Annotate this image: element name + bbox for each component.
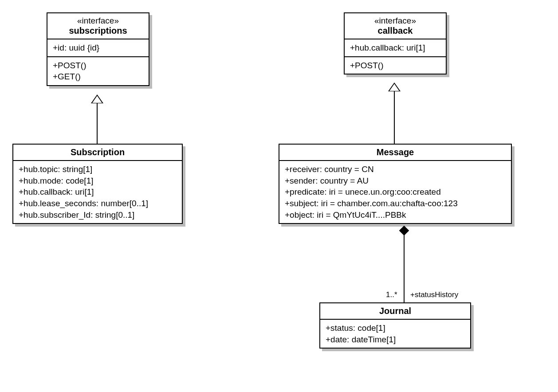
attribute: +receiver: country = CN: [285, 164, 506, 175]
attributes: +hub.topic: string[1] +hub.mode: code[1]…: [13, 161, 182, 223]
attribute: +hub.lease_seconds: number[0..1]: [19, 198, 177, 209]
class-callback: «interface» callback +hub.callback: uri[…: [344, 12, 447, 74]
attributes: +receiver: country = CN +sender: country…: [279, 161, 511, 223]
attributes: +id: uuid {id}: [47, 39, 149, 56]
attribute: +hub.callback: uri[1]: [350, 42, 440, 54]
attribute: +status: code[1]: [326, 322, 465, 334]
class-message: Message +receiver: country = CN +sender:…: [279, 144, 512, 224]
class-title: Journal: [320, 303, 470, 320]
attribute: +hub.callback: uri[1]: [19, 186, 177, 198]
association-multiplicity-label: 1..*: [386, 290, 397, 299]
composition-line: [404, 234, 405, 302]
attributes: +status: code[1] +date: dateTime[1]: [320, 320, 470, 348]
operation: +POST(): [53, 60, 143, 71]
attribute: +id: uuid {id}: [53, 42, 143, 54]
attribute: +object: iri = QmYtUc4iT....PBBk: [285, 209, 506, 221]
realization-arrowhead-icon: [91, 94, 103, 103]
attribute: +subject: iri = chamber.com.au:chafta-co…: [285, 198, 506, 209]
stereotype: «interface»: [53, 16, 143, 26]
class-name: Journal: [326, 306, 465, 316]
operations: +POST(): [345, 56, 446, 74]
realization-line: [394, 91, 395, 144]
operation: +GET(): [53, 71, 143, 82]
class-name: Subscription: [19, 147, 177, 157]
class-title: «interface» callback: [345, 13, 446, 39]
class-name: subscriptions: [53, 26, 143, 36]
realization-line: [97, 103, 98, 144]
attributes: +hub.callback: uri[1]: [345, 39, 446, 56]
attribute: +hub.mode: code[1]: [19, 175, 177, 187]
attribute: +hub.topic: string[1]: [19, 164, 177, 175]
operations: +POST() +GET(): [47, 56, 149, 85]
attribute: +date: dateTime[1]: [326, 334, 465, 345]
class-subscription: Subscription +hub.topic: string[1] +hub.…: [12, 144, 183, 224]
class-journal: Journal +status: code[1] +date: dateTime…: [319, 302, 471, 349]
class-name: Message: [285, 147, 506, 157]
class-subscriptions: «interface» subscriptions +id: uuid {id}…: [47, 12, 149, 86]
operation: +POST(): [350, 60, 440, 71]
stereotype: «interface»: [350, 16, 440, 26]
attribute: +hub.subscriber_Id: string[0..1]: [19, 209, 177, 221]
class-title: «interface» subscriptions: [47, 13, 149, 39]
attribute: +predicate: iri = unece.un.org:coo:creat…: [285, 186, 506, 198]
realization-arrowhead-icon: [388, 82, 401, 91]
association-role-label: +statusHistory: [410, 290, 458, 299]
class-name: callback: [350, 26, 440, 36]
class-title: Message: [279, 145, 511, 161]
class-title: Subscription: [13, 145, 182, 161]
attribute: +sender: country = AU: [285, 175, 506, 187]
